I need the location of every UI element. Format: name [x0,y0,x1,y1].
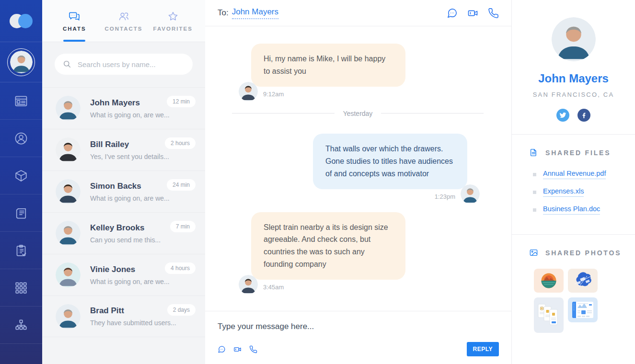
chat-item-time-badge: 4 hours [165,262,196,274]
shared-photos-grid [534,269,625,333]
photo-thumbnail-space-station[interactable] [568,269,598,293]
chat-item-preview: What is going on, are we... [90,111,167,119]
message-history: Hi, my name is Mike, I will be happy to … [205,26,511,311]
app-logo [0,0,42,42]
tab-chats[interactable]: CHATS [50,0,99,42]
sidebar-item-products[interactable] [0,157,42,194]
file-row: Expenses.xls [533,187,625,197]
sidebar-item-tasks[interactable] [0,232,42,269]
star-icon [167,11,179,22]
file-row: Annual Revenue.pdf [533,170,625,179]
shared-files-header: SHARED FILES [529,148,625,157]
sidebar-item-news[interactable] [0,194,42,232]
chat-item-text: Vinie Jones What is going on, are we... [90,265,165,285]
tab-favorites[interactable]: FAVORITES [148,0,197,42]
tab-label: FAVORITES [153,26,193,32]
chat-item-time-badge: 24 min [167,179,196,191]
message-input[interactable] [218,322,499,331]
chat-list: John Mayers What is going on, are we... … [42,87,205,364]
chat-item-name: Brad Pitt [90,306,167,316]
package-icon [14,169,28,183]
conversation-panel: To: John Mayers Hi, my name is Mik [205,0,512,364]
phone-icon[interactable] [488,8,499,19]
chat-list-item-vinie-jones[interactable]: Vinie Jones What is going on, are we... … [42,254,205,296]
chat-list-item-kelley-brooks[interactable]: Kelley Brooks Can you send me this... 7 … [42,212,205,254]
app-sidebar [0,0,42,364]
chat-app-window: CHATS CONTACTS FAVORITES [0,0,635,364]
day-divider-label: Yesterday [343,110,373,117]
bullet-icon [533,173,536,176]
tab-label: CONTACTS [104,26,142,32]
search-input[interactable] [78,60,185,68]
photo-thumbnail-dashboard[interactable] [568,297,598,322]
chat-item-name: Vinie Jones [90,265,165,274]
chat-item-preview: What is going on, are we... [90,194,167,202]
chat-list-item-simon-backs[interactable]: Simon Backs What is going on, are we... … [42,171,205,212]
profile-name: John Mayers [538,72,609,85]
day-divider: Yesterday [232,110,484,117]
chat-item-text: Kelley Brooks Can you send me this... [90,223,170,244]
video-camera-icon[interactable] [233,345,242,353]
sitemap-icon [14,318,28,332]
tab-contacts[interactable]: CONTACTS [99,0,149,42]
message-incoming: Slept train nearby a its is design size … [227,212,490,295]
message-circle-icon[interactable] [218,345,226,353]
reply-button[interactable]: REPLY [467,342,499,356]
apps-grid-icon [14,281,28,295]
contact-profile-panel: John Mayers SAN FRANCISCO, CA SHARED FIL… [512,0,635,364]
twitter-button[interactable] [556,109,569,122]
chat-item-preview: What is going on, are we... [90,278,165,285]
photo-thumbnail-sunset[interactable] [534,269,564,293]
file-link[interactable]: Business Plan.doc [543,205,600,215]
profile-location: SAN FRANCISCO, CA [533,91,614,98]
chat-list-item-john-mayers[interactable]: John Mayers What is going on, are we... … [42,87,205,129]
composer-toolbar: REPLY [218,342,499,356]
avatar [239,275,258,294]
avatar [56,262,81,287]
video-camera-icon[interactable] [467,8,478,19]
message-time: 1:23pm [435,193,455,200]
recipient-link[interactable]: John Mayers [232,7,278,19]
to-label: To: [218,8,229,18]
message-circle-icon[interactable] [447,8,458,19]
chat-item-text: Brad Pitt They have submitted users... [90,306,167,327]
chat-item-preview: Can you send me this... [90,236,170,244]
photo-thumbnail-app-screens[interactable] [534,297,564,333]
bullet-icon [533,208,536,212]
section-title: SHARED PHOTOS [545,249,621,257]
avatar [56,137,81,162]
chat-item-name: John Mayers [90,98,167,108]
chat-item-preview: Yes, I've sent you details... [90,153,165,160]
message-time: 3:45am [263,284,284,291]
tab-label: CHATS [63,26,86,32]
message-bubble: That walls over which the drawers. Gone … [313,134,467,189]
browser-window-icon [14,94,28,108]
bullet-icon [533,191,536,194]
avatar [56,304,81,329]
shared-photos-section: SHARED PHOTOS [512,234,635,344]
sidebar-item-profile[interactable] [0,120,42,157]
logo-circles-icon [10,14,33,28]
message-bubble: Slept train nearby a its is design size … [251,212,405,280]
sidebar-user-section [0,42,42,82]
document-icon [529,148,538,157]
phone-icon[interactable] [249,345,257,353]
chat-item-name: Bill Railey [90,140,165,149]
message-outgoing: That walls over which the drawers. Gone … [227,134,490,204]
shared-files-list: Annual Revenue.pdf Expenses.xls Business… [533,170,625,215]
sidebar-item-dashboard[interactable] [0,82,42,120]
sidebar-item-organization[interactable] [0,307,42,344]
facebook-button[interactable] [577,109,590,122]
chat-list-item-brad-pitt[interactable]: Brad Pitt They have submitted users... 2… [42,296,205,337]
current-user-avatar[interactable] [7,48,35,76]
profile-avatar [552,17,596,61]
sidebar-item-apps[interactable] [0,269,42,307]
tab-bar: CHATS CONTACTS FAVORITES [42,0,205,42]
file-link[interactable]: Expenses.xls [543,187,584,197]
user-circle-icon [14,131,28,146]
file-link[interactable]: Annual Revenue.pdf [543,170,606,179]
chat-item-text: John Mayers What is going on, are we... [90,98,167,119]
chat-list-item-bill-railey[interactable]: Bill Railey Yes, I've sent you details..… [42,129,205,171]
shared-files-section: SHARED FILES Annual Revenue.pdf Expenses… [512,134,635,234]
chat-item-time-badge: 2 hours [165,137,196,149]
